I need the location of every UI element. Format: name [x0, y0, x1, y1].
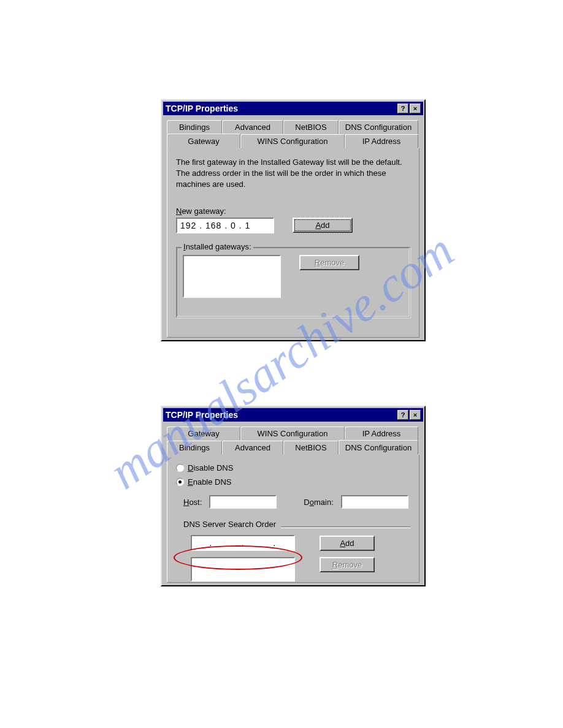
help-icon[interactable]: ?: [397, 104, 408, 113]
installed-gateways-list[interactable]: [183, 255, 281, 298]
gateway-info-text: The first gateway in the Installed Gatew…: [176, 157, 410, 191]
tab-ip-address[interactable]: IP Address: [345, 427, 418, 441]
disable-dns-label: Disable DNS: [188, 463, 233, 472]
close-icon[interactable]: ×: [410, 410, 421, 420]
domain-input[interactable]: [341, 495, 408, 509]
tab-dns-configuration[interactable]: DNS Configuration: [339, 120, 418, 134]
add-button[interactable]: Add: [293, 218, 353, 233]
new-gateway-label: New gateway:: [176, 207, 410, 216]
host-label: Host:: [183, 498, 202, 507]
remove-button[interactable]: Remove: [299, 255, 359, 270]
tab-advanced[interactable]: Advanced: [222, 441, 283, 455]
dns-search-order-label: DNS Server Search Order: [183, 520, 276, 529]
new-gateway-input[interactable]: 192 . 168 . 0 . 1: [176, 218, 274, 233]
titlebar: TCP/IP Properties ? ×: [163, 102, 423, 115]
titlebar: TCP/IP Properties ? ×: [163, 408, 423, 422]
add-button[interactable]: Add: [320, 536, 375, 551]
enable-dns-radio[interactable]: Enable DNS: [176, 477, 410, 487]
tab-gateway[interactable]: Gateway: [167, 134, 240, 148]
tab-bindings[interactable]: Bindings: [167, 441, 222, 455]
host-input[interactable]: [209, 495, 277, 509]
tab-wins-configuration[interactable]: WINS Configuration: [240, 134, 345, 148]
tab-ip-address[interactable]: IP Address: [345, 134, 418, 148]
tab-gateway[interactable]: Gateway: [167, 427, 240, 441]
disable-dns-radio[interactable]: Disable DNS: [176, 463, 410, 472]
group-divider: [281, 526, 410, 528]
titlebar-text: TCP/IP Properties: [166, 104, 238, 113]
titlebar-text: TCP/IP Properties: [166, 410, 238, 420]
domain-label: Domain:: [304, 498, 333, 507]
tcpip-properties-dialog-dns: TCP/IP Properties ? × Gateway WINS Confi…: [161, 406, 426, 586]
tab-advanced[interactable]: Advanced: [222, 120, 283, 134]
radio-icon: [176, 478, 184, 486]
close-icon[interactable]: ×: [410, 104, 421, 113]
help-icon[interactable]: ?: [397, 410, 408, 420]
remove-button[interactable]: Remove: [320, 557, 375, 572]
tcpip-properties-dialog-gateway: TCP/IP Properties ? × Bindings Advanced …: [161, 99, 426, 341]
dns-server-input[interactable]: ...: [191, 535, 295, 551]
installed-gateways-label: Installed gateways:: [182, 242, 253, 251]
dns-server-list[interactable]: [191, 557, 295, 582]
tab-bindings[interactable]: Bindings: [167, 120, 222, 134]
radio-icon: [176, 464, 184, 472]
tab-netbios[interactable]: NetBIOS: [283, 441, 339, 455]
remove-label-rest: emove: [320, 258, 344, 267]
tab-netbios[interactable]: NetBIOS: [283, 120, 339, 134]
tab-wins-configuration[interactable]: WINS Configuration: [240, 427, 345, 441]
tab-dns-configuration[interactable]: DNS Configuration: [339, 440, 418, 455]
enable-dns-label: Enable DNS: [188, 477, 232, 487]
